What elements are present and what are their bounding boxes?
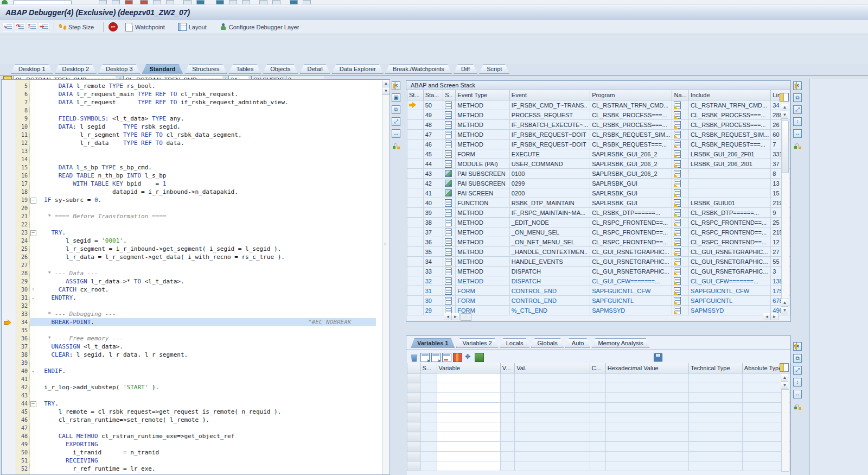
code-line-5[interactable]: 5 DATA l_remote TYPE rs_bool. — [2, 82, 376, 90]
navigate-icon[interactable] — [674, 229, 681, 236]
tab-structures[interactable]: Structures — [184, 64, 227, 74]
toolbar-icon[interactable] — [196, 0, 205, 4]
navigate-icon[interactable] — [674, 102, 681, 109]
scroll-up-icon[interactable]: ▲ — [781, 374, 788, 382]
variable-input-cell[interactable] — [437, 373, 500, 383]
tab-diff[interactable]: Diff — [454, 64, 477, 74]
layout-icon[interactable] — [178, 23, 187, 31]
scroll-down-icon[interactable]: ▼ — [781, 307, 788, 314]
code-line-10[interactable]: 10 DATA: l_segid TYPE rsbk_segid, — [2, 123, 376, 131]
maximize-icon[interactable]: ⤢ — [793, 366, 802, 375]
variable-input-cell[interactable] — [437, 422, 500, 432]
link-panes-icon[interactable] — [793, 402, 802, 410]
tab-desktop-1[interactable]: Desktop 1 — [11, 64, 53, 74]
navigation-cell[interactable] — [672, 306, 689, 315]
code-line-42[interactable]: 42 i_r_log->add_substep( 'START' ). — [2, 383, 376, 391]
fold-marker[interactable]: – — [30, 229, 36, 237]
variables-column-header[interactable]: Val. — [515, 363, 590, 373]
navigate-icon[interactable] — [674, 219, 681, 226]
toolbar-icon[interactable] — [153, 0, 161, 4]
stack-column-header[interactable]: S.. — [443, 90, 456, 100]
code-line-15[interactable]: 15 DATA l_s_bp TYPE s_bp_cmd. — [2, 163, 376, 172]
toolbar-icon[interactable] — [99, 0, 107, 4]
stack-column-header[interactable]: Include — [689, 90, 771, 100]
code-line-43[interactable]: 43 — [2, 391, 376, 400]
variables-empty-row[interactable] — [407, 452, 790, 461]
code-line-35[interactable]: 35 — [2, 326, 376, 334]
code-line-38[interactable]: 38 CLEAR: l_segid, l_r_data, l_r_segment… — [2, 351, 376, 359]
variable-input-cell[interactable] — [437, 452, 500, 461]
stack-row-40[interactable]: 40FUNCTIONRSBK_DTP_MAINTAINSAPLRSBK_GUIL… — [407, 198, 790, 208]
command-field[interactable] — [13, 1, 72, 4]
variable-input-cell[interactable] — [437, 461, 500, 471]
navigation-cell[interactable] — [672, 120, 689, 130]
scroll-drag-handle[interactable]: ⁘ — [461, 313, 471, 321]
tab-detail[interactable]: Detail — [300, 64, 330, 74]
tab-auto[interactable]: Auto — [565, 338, 591, 348]
code-line-18[interactable]: 18 datapid = i_r_inbound->n_datapakid. — [2, 188, 376, 196]
scrollbar-grip[interactable]: ⁞⁞ — [384, 243, 388, 248]
breakpoint-stop-icon[interactable]: STP — [108, 22, 118, 31]
toolbar-icon[interactable] — [229, 0, 237, 4]
toolbar-icon[interactable] — [303, 0, 311, 4]
step-size-icon[interactable] — [59, 23, 66, 30]
code-line-27[interactable]: 27 — [2, 261, 376, 269]
navigate-icon[interactable] — [674, 111, 681, 119]
services-icon[interactable] — [793, 414, 802, 422]
swap-panel-icon[interactable]: ⧉ — [793, 93, 802, 102]
code-line-52[interactable]: 52 r_ref_runtime = lr_exe. — [2, 465, 376, 473]
variables-empty-row[interactable] — [407, 373, 790, 383]
stack-row-42[interactable]: 42PAI SUBSCREEN0299SAPLRSBK_GUI13 — [407, 179, 790, 188]
stack-vscrollbar[interactable]: ▲ ▼ ▲ ▼ — [781, 104, 789, 314]
navigation-cell[interactable] — [672, 276, 689, 286]
toolbar-icon[interactable] — [166, 0, 174, 4]
code-line-41[interactable]: 41 — [2, 375, 376, 383]
navigation-cell[interactable] — [672, 110, 689, 120]
toolbar-icon[interactable] — [272, 0, 280, 4]
navigate-icon[interactable] — [674, 150, 681, 158]
code-line-26[interactable]: 26 l_r_data = l_r_segment->get_data( i_w… — [2, 253, 376, 261]
tab-desktop-3[interactable]: Desktop 3 — [98, 64, 141, 74]
stack-column-header[interactable]: St... — [407, 90, 424, 100]
code-line-32[interactable]: 32 — [2, 302, 376, 310]
toolbar-icon[interactable] — [242, 0, 250, 4]
fold-marker[interactable]: – — [30, 400, 36, 408]
variable-input-cell[interactable] — [437, 413, 500, 422]
save-icon[interactable] — [654, 353, 662, 362]
stack-row-49[interactable]: 49METHODPROCESS_REQUESTCL_RSBK_PROCESS==… — [407, 110, 790, 120]
stack-row-38[interactable]: 38METHOD_EDIT_NODECL_RSPC_FRONTEND==...C… — [407, 218, 790, 227]
copy-variable-icon[interactable] — [431, 353, 441, 362]
editor-vertical-scrollbar[interactable]: ▲ ▼ ⁞⁞ — [382, 80, 390, 474]
code-line-45[interactable]: 45 l_remote = cl_rsbk_request=>get_reque… — [2, 408, 376, 416]
variables-table[interactable]: S...VariableV...Val.C...Hexadecimal Valu… — [407, 363, 790, 471]
navigation-cell[interactable] — [672, 247, 689, 257]
scroll-up-icon[interactable]: ▲ — [382, 80, 390, 87]
navigation-cell[interactable] — [672, 198, 689, 208]
step-over-icon[interactable]: ↷ — [15, 22, 25, 31]
stack-row-30[interactable]: 30FORMCONTROL_ENDSAPFGUICNTLSAPFGUICNTL6… — [407, 296, 790, 306]
navigation-cell[interactable] — [672, 257, 689, 267]
code-line-16[interactable]: 16 READ TABLE n_th_bp INTO l_s_bp — [2, 172, 376, 180]
stack-column-header[interactable]: Sta... — [423, 90, 443, 100]
code-line-22[interactable]: 22 — [2, 220, 376, 229]
navigation-cell[interactable] — [672, 296, 689, 306]
code-line-24[interactable]: 24 l_segid = '0001'. — [2, 237, 376, 245]
link-panes-icon[interactable] — [392, 141, 400, 150]
code-line-33[interactable]: 33 * --- Debugging --- — [2, 310, 376, 318]
navigate-icon[interactable] — [674, 248, 681, 256]
navigate-icon[interactable] — [674, 258, 681, 265]
navigate-icon[interactable] — [674, 189, 681, 197]
variables-column-header[interactable] — [407, 363, 421, 373]
code-line-19[interactable]: 19– IF sy-subrc = 0. — [2, 196, 376, 204]
stack-row-32[interactable]: 32METHODDISPATCHCL_GUI_CFW=======...CL_G… — [407, 276, 790, 286]
navigate-icon[interactable] — [674, 170, 681, 178]
variable-input-cell[interactable] — [437, 403, 500, 413]
tab-variables-2[interactable]: Variables 2 — [456, 338, 499, 348]
scroll-left-icon[interactable]: ◄ — [763, 313, 771, 320]
scroll-right-icon[interactable]: ► — [452, 313, 459, 320]
variables-empty-row[interactable] — [407, 403, 790, 413]
navigate-icon[interactable] — [674, 199, 681, 207]
scroll-down-icon[interactable]: ▼ — [382, 87, 390, 95]
resize-horizontal-icon[interactable]: ↔ — [793, 390, 802, 398]
configure-debugger-layer-button[interactable]: Configure Debugger Layer — [229, 24, 299, 30]
